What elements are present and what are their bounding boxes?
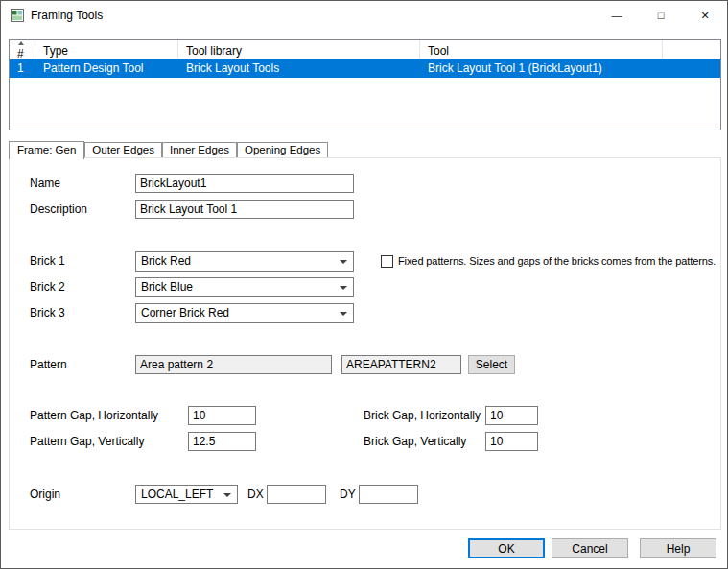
fixed-patterns-label: Fixed patterns. Sizes and gaps of the br… xyxy=(398,255,716,267)
column-header-number-label: # xyxy=(17,47,24,59)
origin-dropdown-value: LOCAL_LEFT xyxy=(141,487,213,501)
pattern-label: Pattern xyxy=(30,358,67,371)
chevron-down-icon xyxy=(223,493,231,497)
row-library-cell: Brick Layout Tools xyxy=(178,59,420,78)
description-input[interactable] xyxy=(135,200,354,219)
window-title: Framing Tools xyxy=(31,9,103,22)
dy-input[interactable] xyxy=(359,485,418,504)
sort-ascending-icon xyxy=(18,41,24,45)
origin-label: Origin xyxy=(30,487,60,501)
ok-button[interactable]: OK xyxy=(468,538,545,558)
brick-gap-v-label: Brick Gap, Vertically xyxy=(364,435,466,448)
pattern-gap-v-input[interactable] xyxy=(188,432,256,451)
pattern-gap-h-input[interactable] xyxy=(188,406,256,425)
brick3-label: Brick 3 xyxy=(30,306,65,320)
dx-label: DX xyxy=(247,487,264,501)
column-header-type[interactable]: Type xyxy=(35,40,178,59)
name-label: Name xyxy=(30,177,60,190)
chevron-down-icon xyxy=(340,312,347,316)
dx-input[interactable] xyxy=(267,485,326,504)
chevron-down-icon xyxy=(340,286,347,290)
column-header-type-label: Type xyxy=(43,44,68,58)
pattern-select-button[interactable]: Select xyxy=(468,355,515,374)
brick3-dropdown[interactable]: Corner Brick Red xyxy=(135,303,354,323)
brick-gap-h-input[interactable] xyxy=(485,406,538,425)
column-header-number[interactable]: # xyxy=(10,40,35,59)
fixed-patterns-checkbox[interactable] xyxy=(381,255,393,268)
origin-dropdown[interactable]: LOCAL_LEFT xyxy=(135,485,238,504)
tab-outer-edges[interactable]: Outer Edges xyxy=(84,142,162,157)
maximize-button[interactable]: □ xyxy=(639,1,683,30)
app-icon xyxy=(11,9,24,22)
dy-label: DY xyxy=(340,487,356,501)
brick2-dropdown[interactable]: Brick Blue xyxy=(135,277,354,297)
minimize-icon: — xyxy=(612,11,622,21)
minimize-button[interactable]: — xyxy=(595,1,639,30)
tool-list: # Type Tool library Tool 1 Pattern Desig… xyxy=(9,39,721,130)
column-header-library-label: Tool library xyxy=(186,44,242,58)
tab-inner-edges[interactable]: Inner Edges xyxy=(162,142,237,157)
help-button[interactable]: Help xyxy=(640,538,716,558)
tab-panel xyxy=(9,157,721,530)
maximize-icon: □ xyxy=(658,11,665,21)
window-controls: — □ ✕ xyxy=(595,1,727,30)
brick-gap-v-input[interactable] xyxy=(485,432,538,451)
pattern-name-field[interactable] xyxy=(135,355,332,374)
tab-opening-edges[interactable]: Opening Edges xyxy=(237,142,328,157)
row-type-cell: Pattern Design Tool xyxy=(35,59,178,78)
pattern-gap-h-label: Pattern Gap, Horizontally xyxy=(30,409,158,422)
close-icon: ✕ xyxy=(700,11,709,21)
framing-tools-dialog: Framing Tools — □ ✕ # Type Tool library xyxy=(0,0,728,569)
close-button[interactable]: ✕ xyxy=(683,1,727,30)
brick1-dropdown[interactable]: Brick Red xyxy=(135,251,354,272)
brick1-dropdown-value: Brick Red xyxy=(141,254,191,268)
cancel-button[interactable]: Cancel xyxy=(552,538,628,558)
titlebar: Framing Tools — □ ✕ xyxy=(1,1,727,30)
brick2-label: Brick 2 xyxy=(30,280,65,294)
pattern-gap-v-label: Pattern Gap, Vertically xyxy=(30,435,144,448)
column-header-tool[interactable]: Tool xyxy=(420,40,663,59)
column-header-filler xyxy=(663,40,720,59)
brick1-label: Brick 1 xyxy=(30,254,65,268)
chevron-down-icon xyxy=(340,260,347,264)
description-label: Description xyxy=(30,202,87,216)
row-filler-cell xyxy=(663,59,720,78)
pattern-code-field[interactable] xyxy=(341,355,461,374)
row-number-cell: 1 xyxy=(10,59,35,78)
brick3-dropdown-value: Corner Brick Red xyxy=(141,306,229,320)
column-header-tool-label: Tool xyxy=(428,44,449,58)
tool-list-header: # Type Tool library Tool xyxy=(10,40,720,59)
row-tool-cell: Brick Layout Tool 1 (BrickLayout1) xyxy=(420,59,663,78)
tab-frame-gen[interactable]: Frame: Gen xyxy=(9,141,84,159)
tab-strip: Frame: Gen Outer Edges Inner Edges Openi… xyxy=(9,141,328,158)
name-input[interactable] xyxy=(135,174,354,193)
table-row[interactable]: 1 Pattern Design Tool Brick Layout Tools… xyxy=(10,59,720,78)
brick-gap-h-label: Brick Gap, Horizontally xyxy=(364,409,481,422)
column-header-library[interactable]: Tool library xyxy=(178,40,420,59)
brick2-dropdown-value: Brick Blue xyxy=(141,280,193,294)
